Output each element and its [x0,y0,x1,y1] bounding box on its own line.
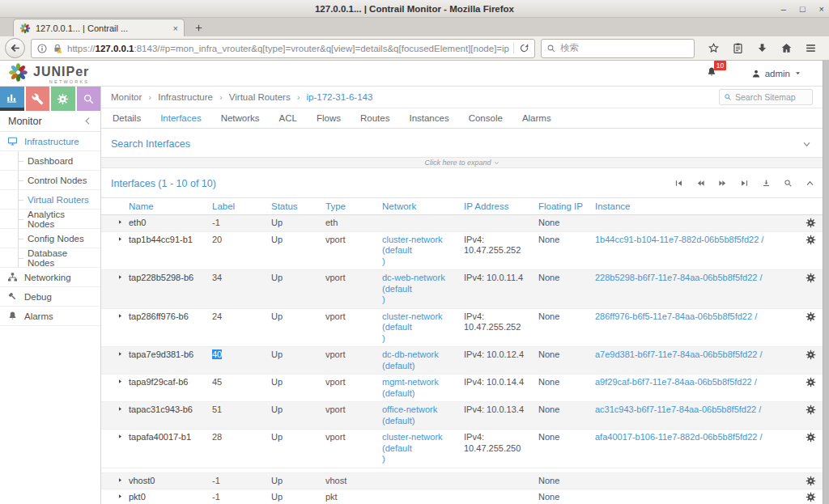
sidebar-item-database-nodes[interactable]: Database Nodes [0,248,100,268]
cell-network[interactable]: cluster-network (default ) [382,235,464,268]
row-expand-caret[interactable] [111,311,129,323]
table-row[interactable]: tapa9f29caf-b645Upvportmgmt-network (def… [101,375,823,402]
breadcrumb-item[interactable]: ip-172-31-6-143 [307,92,373,102]
table-row[interactable]: tap228b5298-b634Upvportdc-web-network (d… [101,270,823,309]
row-actions-gear[interactable] [792,432,816,443]
table-row[interactable]: tapa7e9d381-b640Upvportdc-db-network (de… [101,347,823,375]
table-row[interactable]: vhost0-1UpvhostNone [101,472,823,490]
column-header-type[interactable]: Type [325,201,382,211]
url-text[interactable]: https://127.0.0.1:8143/#p=mon_infra_vrou… [67,44,509,53]
page-next-button[interactable] [718,176,727,191]
row-actions-gear[interactable] [792,235,816,245]
reload-button[interactable] [513,43,529,53]
cell-network[interactable]: mgmt-network (default) [382,377,464,399]
row-expand-caret[interactable] [111,404,129,416]
breadcrumb-item[interactable]: Monitor [111,92,142,102]
tab-acl[interactable]: ACL [270,113,307,123]
search-interfaces-section[interactable]: Search Interfaces [101,129,823,157]
notifications-button[interactable]: 10 [706,66,717,81]
tab-interfaces[interactable]: Interfaces [151,113,211,123]
row-expand-caret[interactable] [111,235,129,246]
url-bar[interactable]: https://127.0.0.1:8143/#p=mon_infra_vrou… [31,39,535,58]
sidebar-item-dashboard[interactable]: Dashboard [0,151,100,171]
tab-networks[interactable]: Networks [211,113,270,123]
table-row[interactable]: tapafa40017-b128Upvportcluster-network (… [101,430,823,468]
row-actions-gear[interactable] [792,492,816,502]
row-actions-gear[interactable] [792,377,816,388]
collapse-sidebar-icon[interactable] [83,116,92,125]
tab-flows[interactable]: Flows [307,113,351,123]
chevron-up-button[interactable] [806,176,814,191]
downloads-icon[interactable] [756,42,768,54]
export-button[interactable] [762,176,771,191]
sidebar-item-infrastructure[interactable]: Infrastructure [0,132,100,151]
row-actions-gear[interactable] [792,476,816,486]
info-icon[interactable] [36,43,48,54]
page-first-button[interactable] [674,176,683,191]
tab-details[interactable]: Details [103,113,151,123]
bookmarks-panel-icon[interactable] [732,42,744,54]
cell-instance[interactable]: ac31c943-b6f7-11e7-84aa-06b5b8f5fd22 / [595,404,792,416]
sidebar-item-virtual-routers[interactable]: Virtual Routers [0,190,100,210]
browser-search-input[interactable]: 検索 [541,39,695,58]
cell-network[interactable]: cluster-network (default ) [382,432,464,465]
table-row[interactable]: tap286ff976-b624Upvportcluster-network (… [101,309,823,348]
cell-network[interactable]: dc-web-network (default ) [382,273,464,306]
breadcrumb-item[interactable]: Infrastructure [158,92,213,102]
breadcrumb-item[interactable]: Virtual Routers [229,92,291,102]
row-expand-caret[interactable] [111,218,129,229]
app-button-query[interactable] [77,87,101,111]
magnifier-button[interactable] [784,176,793,191]
cell-network[interactable]: cluster-network (default ) [382,311,464,345]
row-actions-gear[interactable] [792,273,816,283]
cell-instance[interactable]: a7e9d381-b6f7-11e7-84aa-06b5b8f5fd22 / [595,349,792,361]
user-menu[interactable]: admin [751,69,801,78]
column-header-instance[interactable]: Instance [595,201,792,211]
row-expand-caret[interactable] [111,349,129,361]
tab-close-icon[interactable]: × [173,23,178,33]
row-expand-caret[interactable] [111,377,129,388]
column-header-floating-ip[interactable]: Floating IP [538,201,595,211]
row-actions-gear[interactable] [792,404,816,415]
browser-tab[interactable]: 127.0.0.1... | Contrail ... × [13,19,185,36]
column-header-name[interactable]: Name [129,201,212,211]
row-expand-caret[interactable] [111,432,129,443]
app-button-monitor[interactable] [0,87,24,111]
row-expand-caret[interactable] [111,273,129,284]
cell-instance[interactable]: afa40017-b106-11e7-882d-06b5b8f5fd22 / [595,432,792,443]
row-actions-gear[interactable] [792,349,816,360]
sidebar-item-control-nodes[interactable]: Control Nodes [0,171,100,190]
expand-hint-bar[interactable]: Click here to expand [101,157,823,168]
minimize-icon[interactable]: – [781,4,786,14]
column-header-network[interactable]: Network [382,201,464,211]
table-row[interactable]: tapac31c943-b651Upvportoffice-network (d… [101,402,823,430]
tab-alarms[interactable]: Alarms [512,113,561,123]
column-header-ip-address[interactable]: IP Address [464,201,538,211]
bookmark-star-icon[interactable] [708,42,720,54]
tab-routes[interactable]: Routes [351,113,399,123]
home-icon[interactable] [780,42,793,54]
row-actions-gear[interactable] [792,218,816,228]
vertical-scrollbar[interactable] [823,61,829,504]
row-expand-caret[interactable] [111,492,129,503]
sidebar-item-analytics-nodes[interactable]: Analytics Nodes [0,210,100,229]
sidebar-item-debug[interactable]: Debug [0,287,100,307]
cell-instance[interactable]: a9f29caf-b6f7-11e7-84aa-06b5b8f5fd22 / [595,377,792,388]
sidebar-item-networking[interactable]: Networking [0,268,100,287]
table-row[interactable]: pkt0-1UppktNone [101,489,823,504]
sidebar-item-alarms[interactable]: Alarms [0,307,100,326]
row-expand-caret[interactable] [111,476,129,487]
chevron-down-icon[interactable] [802,140,811,149]
table-row[interactable]: eth0-1UpethNone [101,215,823,232]
page-last-button[interactable] [740,176,749,191]
app-button-settings[interactable] [51,87,75,111]
app-button-configure[interactable] [26,87,50,111]
menu-icon[interactable] [805,42,817,54]
lock-warning-icon[interactable] [52,43,63,54]
column-header-status[interactable]: Status [271,201,325,211]
cell-instance[interactable]: 1b44cc91-b104-11e7-882d-06b5b8f5fd22 / [595,235,792,246]
page-prev-button[interactable] [696,176,705,191]
sitemap-search-input[interactable]: Search Sitemap [719,89,813,105]
row-actions-gear[interactable] [792,311,816,322]
cell-network[interactable]: dc-db-network (default) [382,349,464,371]
